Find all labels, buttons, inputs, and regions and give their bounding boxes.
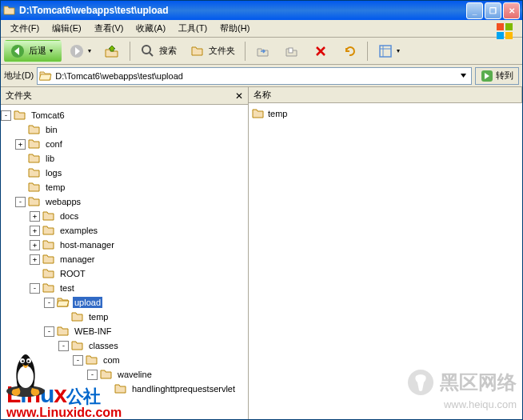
close-panel-button[interactable]: ✕ xyxy=(235,90,243,102)
tree-item-test[interactable]: -test xyxy=(1,281,248,295)
forward-button[interactable]: ▾ xyxy=(63,40,97,62)
tree-item-com[interactable]: -com xyxy=(1,353,248,367)
tree-item-conf[interactable]: +conf xyxy=(1,137,248,151)
folder-icon xyxy=(42,268,55,279)
svg-rect-8 xyxy=(289,48,293,53)
folder-open-icon xyxy=(3,4,16,17)
delete-icon xyxy=(313,43,329,59)
menu-help[interactable]: 帮助(H) xyxy=(214,21,256,36)
expand-icon[interactable]: + xyxy=(30,254,40,265)
tree-label: temp xyxy=(44,182,66,193)
window-title: D:\Tomcat6\webapps\test\upload xyxy=(19,5,466,16)
chevron-down-icon: ▾ xyxy=(88,47,91,54)
tree-item-upload[interactable]: -upload xyxy=(1,295,248,310)
tree-label: handlinghttprequestservlet xyxy=(130,383,237,394)
tree-item-handler[interactable]: handlinghttprequestservlet xyxy=(1,382,248,396)
address-input[interactable] xyxy=(55,71,457,81)
folder-tree[interactable]: - Tomcat6 bin +conf lib logs temp -webap… xyxy=(1,105,248,419)
undo-button[interactable] xyxy=(336,40,363,62)
delete-button[interactable] xyxy=(307,40,334,62)
folder-icon xyxy=(42,254,55,265)
tree-item-upload-temp[interactable]: temp xyxy=(1,310,248,324)
folder-icon xyxy=(28,167,41,178)
moveto-icon xyxy=(255,43,271,59)
tree-label: ROOT xyxy=(58,268,87,279)
menu-view[interactable]: 查看(V) xyxy=(88,21,130,36)
tree-label: WEB-INF xyxy=(73,326,113,337)
tree-item-hostmanager[interactable]: +host-manager xyxy=(1,238,248,252)
address-input-wrap[interactable] xyxy=(37,67,472,85)
views-button[interactable]: ▾ xyxy=(372,40,405,62)
back-button[interactable]: 后退 ▾ xyxy=(4,40,62,62)
tree-item-examples[interactable]: +examples xyxy=(1,223,248,238)
tree-item-docs[interactable]: +docs xyxy=(1,209,248,223)
tree-label: lib xyxy=(44,153,56,164)
collapse-icon[interactable]: - xyxy=(58,341,69,351)
close-button[interactable]: ✕ xyxy=(503,2,520,19)
tree-item-root[interactable]: ROOT xyxy=(1,266,248,281)
folder-icon xyxy=(28,138,41,150)
address-dropdown[interactable] xyxy=(457,68,469,84)
tree-item-tomcat6[interactable]: - Tomcat6 xyxy=(1,108,248,122)
collapse-icon[interactable]: - xyxy=(15,197,26,207)
collapse-icon[interactable]: - xyxy=(87,370,98,380)
folder-icon xyxy=(86,354,98,366)
tree-item-classes[interactable]: -classes xyxy=(1,338,248,353)
minimize-button[interactable]: _ xyxy=(466,2,483,19)
copyto-button[interactable] xyxy=(278,40,305,62)
svg-rect-9 xyxy=(380,46,391,57)
menu-file[interactable]: 文件(F) xyxy=(4,21,46,36)
expand-icon[interactable]: + xyxy=(30,226,40,236)
tree-item-logs[interactable]: logs xyxy=(1,166,248,180)
tree-item-lib[interactable]: lib xyxy=(1,151,248,166)
tree-item-waveline[interactable]: -waveline xyxy=(1,367,248,382)
collapse-icon[interactable]: - xyxy=(30,283,40,294)
tree-item-bin[interactable]: bin xyxy=(1,122,248,137)
tree-item-webapps[interactable]: -webapps xyxy=(1,194,248,209)
collapse-icon[interactable]: - xyxy=(44,298,54,308)
collapse-icon[interactable]: - xyxy=(44,326,54,337)
tree-label: waveline xyxy=(116,369,154,380)
folder-icon xyxy=(14,110,26,121)
go-button[interactable]: 转到 xyxy=(475,67,519,85)
folder-icon xyxy=(28,153,41,164)
tree-label: classes xyxy=(87,340,120,351)
folder-icon xyxy=(42,210,55,222)
collapse-icon[interactable]: - xyxy=(73,355,83,366)
tree-label: examples xyxy=(58,225,99,236)
menu-tools[interactable]: 工具(T) xyxy=(172,21,214,36)
file-list[interactable]: temp xyxy=(249,103,522,419)
tree-item-manager[interactable]: +manager xyxy=(1,252,248,266)
menu-edit[interactable]: 编辑(E) xyxy=(46,21,88,36)
menu-favorites[interactable]: 收藏(A) xyxy=(130,21,172,36)
titlebar: D:\Tomcat6\webapps\test\upload _ ❐ ✕ xyxy=(1,1,522,20)
tree-label: conf xyxy=(44,138,64,150)
maximize-button[interactable]: ❐ xyxy=(485,2,501,19)
expand-icon[interactable]: + xyxy=(15,139,26,150)
folder-icon xyxy=(28,124,41,135)
up-button[interactable] xyxy=(98,40,126,62)
addressbar: 地址(D) 转到 xyxy=(1,65,522,87)
copyto-icon xyxy=(284,43,300,59)
folders-button[interactable]: 文件夹 xyxy=(184,40,241,62)
back-label: 后退 xyxy=(29,45,46,57)
svg-rect-1 xyxy=(505,23,513,30)
windows-logo-icon xyxy=(496,22,518,45)
list-item-label: temp xyxy=(268,109,287,118)
folders-panel-title: 文件夹 xyxy=(6,90,32,102)
expand-icon[interactable]: + xyxy=(30,240,40,250)
tree-item-temp[interactable]: temp xyxy=(1,180,248,194)
search-button[interactable]: 搜索 xyxy=(134,40,182,62)
list-item[interactable]: temp xyxy=(252,106,519,121)
folder-icon xyxy=(28,182,41,193)
folders-label: 文件夹 xyxy=(209,45,235,57)
tree-label: upload xyxy=(73,297,102,308)
moveto-button[interactable] xyxy=(250,40,277,62)
expand-icon[interactable]: + xyxy=(30,211,40,222)
folders-icon xyxy=(190,43,206,59)
list-column-name[interactable]: 名称 xyxy=(249,87,522,102)
back-icon xyxy=(10,43,26,59)
tree-item-webinf[interactable]: -WEB-INF xyxy=(1,324,248,338)
folders-panel-header: 文件夹 ✕ xyxy=(1,87,248,105)
collapse-icon[interactable]: - xyxy=(1,110,11,121)
